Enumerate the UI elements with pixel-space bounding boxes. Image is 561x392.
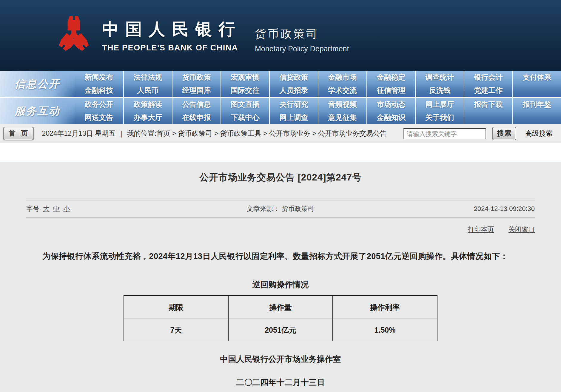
nav-row: 政务公开 政策解读 公告信息 图文直播 央行研究 音频视频 市场动态 网上展厅 … [75,98,561,111]
nav-section-label-information[interactable]: 信息公开 [0,71,75,97]
dept-name-en: Monetary Policy Department [255,44,349,53]
bank-name-cn: 中国人民银行 [102,18,242,41]
nav-row: 金融科技 人民币 经理国库 国际交往 人员招录 学术交流 征信管理 反洗钱 党建… [75,84,561,97]
page-title: 公开市场业务交易公告 [2024]第247号 [26,162,535,184]
operations-table: 期限 操作量 操作利率 7天 2051亿元 1.50% [124,295,437,341]
meta-bar: 字号 大 中 小 文章来源： 货币政策司 2024-12-13 09:20:30 [26,200,535,218]
font-size-controls: 字号 大 中 小 [26,204,247,213]
advanced-search-link[interactable]: 高级搜索 [525,129,553,138]
article-source: 文章来源： 货币政策司 [247,204,314,213]
nav-item[interactable]: 金融科技 [75,84,123,97]
nav-item[interactable]: 在线申报 [172,111,221,124]
article-source-label: 文章来源： [247,205,280,212]
font-size-large-link[interactable]: 大 [43,204,50,213]
table-header-cell: 操作量 [228,296,333,319]
font-size-medium-link[interactable]: 中 [53,204,60,213]
table-row: 7天 2051亿元 1.50% [124,319,437,341]
search-button[interactable]: 搜索 [492,127,516,140]
breadcrumb-date: 2024年12月13日 星期五 [42,129,115,138]
nav-item[interactable]: 信贷政策 [269,71,318,84]
breadcrumb-separator: ｜ [118,129,125,138]
nav-item[interactable]: 宏观审慎 [221,71,269,84]
font-size-label: 字号 [26,204,39,213]
table-cell: 1.50% [333,319,437,341]
main-nav: 信息公开 新闻发布 法律法规 货币政策 宏观审慎 信贷政策 金融市场 金融稳定 … [0,71,561,124]
nav-item[interactable]: 国际交往 [221,84,269,97]
table-cell: 7天 [124,319,228,341]
nav-item-empty [512,111,561,124]
nav-item[interactable]: 金融市场 [318,71,366,84]
nav-item[interactable]: 网上展厅 [415,98,464,111]
article-source-value: 货币政策司 [281,205,314,212]
table-title: 逆回购操作情况 [26,279,535,290]
breadcrumb-bar: 首 页 2024年12月13日 星期五 ｜ 我的位置:首页 > 货币政策司 > … [0,124,561,143]
article-datetime: 2024-12-13 09:20:30 [314,205,535,213]
print-page-link[interactable]: 打印本页 [468,226,494,233]
nav-item[interactable]: 央行研究 [269,98,318,111]
nav-item[interactable]: 报刊年鉴 [512,98,561,111]
search-group: 搜索 高级搜索 [403,127,553,140]
nav-section-services: 服务互动 政务公开 政策解读 公告信息 图文直播 央行研究 音频视频 市场动态 … [0,97,561,124]
nav-item[interactable]: 党建工作 [464,84,512,97]
nav-item[interactable]: 经理国库 [172,84,221,97]
site-header: 中国人民银行 THE PEOPLE'S BANK OF CHINA 货币政策司 … [0,0,561,71]
nav-item[interactable]: 关于我们 [415,111,464,124]
bank-name-en: THE PEOPLE'S BANK OF CHINA [102,43,242,53]
nav-item[interactable]: 图文直播 [221,98,269,111]
nav-section-label-services[interactable]: 服务互动 [0,98,75,124]
nav-row: 网送文告 办事大厅 在线申报 下载中心 网上调查 意见征集 金融知识 关于我们 [75,111,561,124]
nav-item[interactable]: 公告信息 [172,98,221,111]
article-content: 公开市场业务交易公告 [2024]第247号 字号 大 中 小 文章来源： 货币… [0,162,561,392]
nav-item[interactable]: 政策解读 [123,98,172,111]
close-window-link[interactable]: 关闭窗口 [508,226,535,233]
nav-item[interactable]: 音频视频 [318,98,366,111]
nav-item[interactable]: 支付体系 [512,71,561,84]
signature-date: 二〇二四年十二月十三日 [26,377,535,388]
search-input[interactable] [403,128,486,139]
table-header-cell: 期限 [124,296,228,319]
nav-item[interactable]: 网送文告 [75,111,123,124]
nav-item-empty [464,111,512,124]
pboc-logo-icon [55,13,93,58]
spacer [0,143,561,162]
bank-name-block: 中国人民银行 THE PEOPLE'S BANK OF CHINA [102,18,242,53]
nav-item[interactable]: 网上调查 [269,111,318,124]
department-block: 货币政策司 Monetary Policy Department [255,27,349,53]
table-header-cell: 操作利率 [333,296,437,319]
nav-item[interactable]: 征信管理 [366,84,415,97]
nav-item[interactable]: 银行会计 [464,71,512,84]
nav-item[interactable]: 政务公开 [75,98,123,111]
nav-item[interactable]: 人员招录 [269,84,318,97]
nav-item[interactable]: 办事大厅 [123,111,172,124]
dept-name-cn: 货币政策司 [255,27,349,41]
nav-item[interactable]: 学术交流 [318,84,366,97]
nav-item[interactable]: 金融稳定 [366,71,415,84]
nav-item[interactable]: 报告下载 [464,98,512,111]
nav-item[interactable]: 意见征集 [318,111,366,124]
font-size-small-link[interactable]: 小 [63,204,70,213]
article-paragraph: 为保持银行体系流动性充裕，2024年12月13日人民银行以固定利率、数量招标方式… [26,251,535,262]
nav-item[interactable]: 反洗钱 [415,84,464,97]
home-button[interactable]: 首 页 [3,127,34,140]
breadcrumb-trail[interactable]: 我的位置:首页 > 货币政策司 > 货币政策工具 > 公开市场业务 > 公开市场… [127,129,387,138]
nav-item[interactable]: 新闻发布 [75,71,123,84]
nav-item[interactable]: 市场动态 [366,98,415,111]
nav-item[interactable]: 法律法规 [123,71,172,84]
table-cell: 2051亿元 [228,319,333,341]
nav-item-empty [512,84,561,97]
nav-item[interactable]: 货币政策 [172,71,221,84]
nav-section-information: 信息公开 新闻发布 法律法规 货币政策 宏观审慎 信贷政策 金融市场 金融稳定 … [0,71,561,97]
nav-item[interactable]: 下载中心 [221,111,269,124]
nav-row: 新闻发布 法律法规 货币政策 宏观审慎 信贷政策 金融市场 金融稳定 调查统计 … [75,71,561,84]
nav-item[interactable]: 人民币 [123,84,172,97]
table-header-row: 期限 操作量 操作利率 [124,296,437,319]
article-actions: 打印本页 关闭窗口 [26,225,535,234]
nav-item[interactable]: 调查统计 [415,71,464,84]
signature: 中国人民银行公开市场业务操作室 [26,354,535,365]
nav-item[interactable]: 金融知识 [366,111,415,124]
